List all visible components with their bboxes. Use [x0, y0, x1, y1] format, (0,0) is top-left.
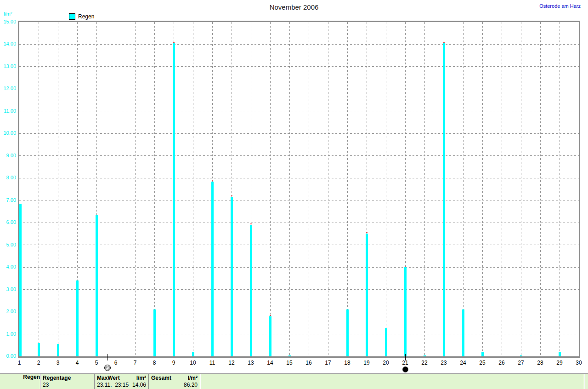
x-tick-label: 7	[128, 360, 142, 366]
y-tick-label: 0.00	[0, 353, 16, 359]
legend-label: Regen	[78, 13, 94, 20]
x-tick-label: 10	[186, 360, 200, 366]
moon-tick-mark	[405, 354, 406, 360]
gridline-vertical	[193, 22, 193, 356]
x-tick-label: 27	[514, 360, 528, 366]
x-tick-label: 2	[31, 360, 46, 366]
x-tick-label: 5	[89, 360, 104, 366]
y-tick-label: 13.00	[0, 63, 16, 69]
gridline-vertical	[540, 22, 541, 356]
x-tick-label: 3	[51, 360, 65, 366]
y-tick-label: 5.00	[0, 242, 16, 247]
x-tick-label: 4	[70, 360, 85, 366]
x-tick-label: 28	[533, 360, 548, 366]
max-rate-marker	[212, 180, 213, 181]
x-tick-label: 22	[417, 360, 432, 366]
y-tick-label: 1.00	[0, 331, 16, 337]
max-rate-marker	[173, 42, 175, 43]
gridline-vertical	[58, 22, 58, 356]
x-tick-label: 8	[147, 360, 162, 366]
gridline-vertical	[135, 22, 136, 356]
bar-day-9	[173, 43, 175, 356]
bar-day-29	[559, 352, 561, 356]
x-tick-label: 30	[571, 360, 586, 366]
x-tick-label: 26	[494, 360, 509, 366]
y-tick-label: 8.00	[0, 175, 16, 180]
gridline-horizontal	[19, 223, 579, 223]
summary-end-cell	[584, 374, 588, 389]
gridline-horizontal	[19, 334, 579, 334]
gridline-vertical	[482, 22, 483, 356]
gridline-horizontal	[19, 245, 579, 245]
gridline-horizontal	[19, 200, 579, 200]
x-tick-label: 23	[436, 360, 451, 366]
gridline-horizontal	[19, 66, 579, 67]
legend-swatch-icon	[69, 13, 75, 20]
y-tick-label: 14.00	[0, 41, 16, 46]
bar-day-2	[38, 343, 40, 356]
gridline-vertical	[154, 22, 155, 356]
x-tick-label: 16	[301, 360, 316, 366]
gridline-horizontal	[19, 178, 579, 178]
bar-day-21	[404, 267, 407, 356]
bar-day-19	[366, 234, 368, 356]
bar-day-25	[481, 352, 484, 356]
gridline-horizontal	[19, 289, 579, 290]
bar-day-14	[269, 316, 271, 356]
x-tick-label: 15	[282, 360, 297, 366]
x-tick-label: 13	[243, 360, 258, 366]
x-tick-label: 14	[263, 360, 277, 366]
gridline-vertical	[270, 22, 271, 356]
gridline-horizontal	[19, 111, 579, 111]
x-tick-label: 17	[321, 360, 335, 366]
bar-day-4	[76, 280, 79, 356]
y-tick-label: 15.00	[0, 19, 16, 24]
y-tick-label: 9.00	[0, 153, 16, 158]
max-rate-marker	[443, 42, 445, 43]
bar-day-22	[424, 355, 426, 356]
gesamt-unit: l/m²	[188, 374, 198, 382]
chart-legend: Regen	[69, 13, 94, 20]
x-tick-label: 18	[340, 360, 355, 366]
bar-day-8	[153, 309, 156, 356]
gridline-vertical	[289, 22, 290, 356]
regentage-value: 23	[43, 382, 49, 389]
new-moon-icon	[402, 366, 408, 372]
gridline-horizontal	[19, 267, 579, 268]
y-axis-unit-label: l/m²	[4, 11, 12, 17]
x-tick-label: 24	[456, 360, 470, 366]
summary-cell-regentage: Regentage 23	[40, 374, 94, 389]
summary-bar: Regen Regentage 23 MaxWert l/m² 23.11. 2…	[0, 373, 588, 389]
gridline-horizontal	[19, 44, 579, 45]
max-rate-marker	[270, 315, 271, 316]
max-rate-marker	[250, 223, 252, 224]
gesamt-value: 86.20	[184, 382, 198, 389]
x-tick-label: 1	[12, 360, 27, 366]
gridline-vertical	[502, 22, 502, 356]
bar-day-1	[19, 204, 22, 356]
gesamt-header: Gesamt	[151, 374, 171, 382]
gridline-horizontal	[19, 89, 579, 89]
bar-day-20	[385, 328, 387, 356]
regentage-header: Regentage	[43, 374, 71, 382]
bar-day-10	[192, 352, 194, 356]
gridline-vertical	[424, 22, 425, 356]
y-tick-label: 3.00	[0, 286, 16, 292]
x-tick-label: 19	[359, 360, 374, 366]
gridline-horizontal	[19, 133, 579, 134]
y-tick-label: 6.00	[0, 219, 16, 225]
gridline-vertical	[521, 22, 521, 356]
x-tick-label: 9	[166, 360, 181, 366]
bar-day-11	[211, 182, 214, 356]
maxwert-datetime: 23.11. 23:15	[97, 382, 129, 389]
bar-day-3	[57, 344, 59, 356]
y-tick-label: 7.00	[0, 197, 16, 203]
bar-day-15	[288, 355, 291, 356]
gridline-vertical	[463, 22, 464, 356]
maxwert-header: MaxWert	[97, 374, 120, 382]
max-rate-marker	[231, 195, 232, 196]
y-tick-label: 12.00	[0, 86, 16, 91]
maxwert-unit: l/m²	[136, 374, 146, 382]
maxwert-value: 14.06	[132, 382, 146, 389]
bar-day-24	[462, 309, 464, 356]
